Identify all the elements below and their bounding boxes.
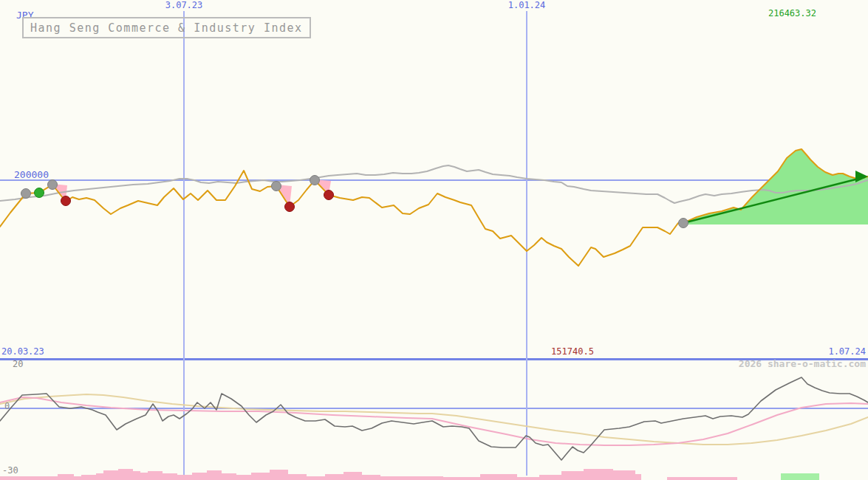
histogram-bar-25 (443, 477, 480, 480)
histogram-bar-15 (236, 475, 251, 480)
peak-marker-0 (21, 189, 31, 199)
oscillator-tick-0: 0 (4, 402, 10, 411)
histogram-bar-5 (103, 470, 118, 480)
histogram-bar-26 (480, 474, 517, 480)
histogram-bar-21 (344, 472, 362, 480)
histogram-bar-13 (207, 470, 222, 480)
histogram-bar-16 (251, 473, 270, 480)
histogram-bar-17 (270, 470, 288, 480)
histogram-bar-30 (584, 469, 613, 480)
chart-title: Hang Seng Commerce & Industry Index (22, 17, 311, 38)
histogram-bar-33 (667, 477, 737, 480)
histogram-bar-11 (177, 475, 192, 480)
trough-marker-2 (324, 191, 334, 200)
histogram-bar-31 (613, 470, 635, 480)
histogram-bar-18 (288, 474, 307, 480)
histogram-bar-32 (635, 474, 641, 480)
histogram-bar-34 (781, 473, 819, 480)
histogram-bar-23 (380, 476, 399, 480)
histogram-bar-22 (362, 475, 380, 480)
histogram-bar-9 (148, 471, 163, 480)
histogram-bar-14 (222, 473, 236, 480)
histogram-bar-4 (96, 473, 103, 480)
peak-marker-1 (48, 180, 58, 190)
last-price-label: 216463.32 (768, 9, 816, 18)
histogram-bar-27 (517, 477, 539, 480)
chart-canvas (0, 0, 868, 480)
histogram-bar-3 (81, 475, 96, 480)
x-axis-end-date: 1.07.24 (828, 347, 866, 357)
buy-marker-0 (35, 188, 44, 198)
price-level-label: 200000 (14, 170, 49, 179)
oscillator-tick-minus30: -30 (2, 466, 18, 476)
chart-root: JPY Hang Seng Commerce & Industry Index … (0, 0, 868, 480)
mid-price-label: 151740.5 (543, 347, 602, 357)
histogram-bar-12 (192, 473, 207, 480)
x-axis-date-2: 1.01.24 (501, 1, 553, 10)
oscillator-tick-20: 20 (13, 360, 23, 369)
x-axis-date-1: 3.07.23 (158, 1, 210, 10)
histogram-bar-10 (163, 473, 177, 480)
peak-marker-4 (679, 219, 688, 228)
histogram-bar-20 (325, 474, 344, 480)
histogram-bar-29 (561, 471, 584, 480)
watermark: 2026 share-o-matic.com (739, 359, 866, 368)
histogram-bar-8 (140, 473, 148, 480)
trough-marker-1 (285, 202, 295, 212)
histogram-bar-6 (118, 469, 133, 480)
histogram-bar-24 (399, 476, 443, 480)
x-axis-start-date: 20.03.23 (1, 347, 44, 357)
trough-marker-0 (61, 196, 71, 206)
histogram-bar-19 (307, 476, 325, 480)
peak-marker-3 (310, 176, 320, 185)
peak-marker-2 (272, 182, 281, 191)
histogram-bar-0 (0, 476, 58, 480)
histogram-bar-1 (58, 474, 74, 480)
histogram-bar-7 (133, 471, 140, 480)
price-line (0, 149, 868, 266)
histogram-bar-2 (74, 476, 81, 480)
histogram-bar-28 (539, 475, 561, 480)
